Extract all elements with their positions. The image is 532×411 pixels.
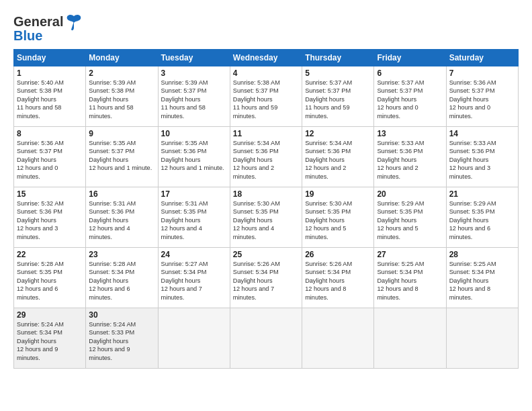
- calendar-cell: 20Sunrise: 5:29 AMSunset: 5:35 PMDayligh…: [374, 187, 446, 248]
- day-number: 22: [17, 250, 83, 259]
- calendar-cell: 3Sunrise: 5:39 AMSunset: 5:37 PMDaylight…: [158, 66, 230, 127]
- logo-bird-icon: [64, 12, 83, 31]
- day-number: 3: [161, 68, 227, 78]
- cell-text: Sunrise: 5:28 AMSunset: 5:35 PMDaylight …: [17, 260, 83, 302]
- calendar-cell: 7Sunrise: 5:36 AMSunset: 5:37 PMDaylight…: [446, 66, 518, 127]
- calendar-cell: 19Sunrise: 5:30 AMSunset: 5:35 PMDayligh…: [302, 187, 374, 248]
- weekday-header-wednesday: Wednesday: [230, 50, 302, 66]
- cell-text: Sunrise: 5:29 AMSunset: 5:35 PMDaylight …: [377, 199, 443, 241]
- calendar-cell: 28Sunrise: 5:25 AMSunset: 5:34 PMDayligh…: [446, 248, 518, 308]
- cell-text: Sunrise: 5:30 AMSunset: 5:35 PMDaylight …: [233, 199, 299, 241]
- calendar-cell: 4Sunrise: 5:38 AMSunset: 5:37 PMDaylight…: [230, 66, 302, 127]
- cell-text: Sunrise: 5:35 AMSunset: 5:36 PMDaylight …: [161, 139, 227, 173]
- day-number: 1: [17, 68, 83, 78]
- calendar-week-4: 22Sunrise: 5:28 AMSunset: 5:35 PMDayligh…: [14, 248, 519, 308]
- cell-text: Sunrise: 5:33 AMSunset: 5:36 PMDaylight …: [377, 139, 443, 181]
- calendar-cell: 2Sunrise: 5:39 AMSunset: 5:38 PMDaylight…: [86, 66, 158, 127]
- cell-text: Sunrise: 5:34 AMSunset: 5:36 PMDaylight …: [305, 139, 371, 181]
- cell-text: Sunrise: 5:25 AMSunset: 5:34 PMDaylight …: [377, 260, 443, 302]
- cell-text: Sunrise: 5:25 AMSunset: 5:34 PMDaylight …: [449, 260, 515, 302]
- calendar-cell: 9Sunrise: 5:35 AMSunset: 5:37 PMDaylight…: [86, 127, 158, 187]
- day-number: 18: [233, 189, 299, 199]
- cell-text: Sunrise: 5:24 AMSunset: 5:33 PMDaylight …: [89, 320, 154, 362]
- day-number: 8: [17, 129, 83, 138]
- calendar-cell: 18Sunrise: 5:30 AMSunset: 5:35 PMDayligh…: [230, 187, 302, 248]
- logo-general: General: [13, 14, 63, 30]
- cell-text: Sunrise: 5:39 AMSunset: 5:37 PMDaylight …: [161, 79, 227, 120]
- calendar-cell: 12Sunrise: 5:34 AMSunset: 5:36 PMDayligh…: [302, 127, 374, 187]
- cell-text: Sunrise: 5:24 AMSunset: 5:34 PMDaylight …: [17, 320, 83, 362]
- calendar-cell: [374, 308, 446, 369]
- calendar-cell: 14Sunrise: 5:33 AMSunset: 5:36 PMDayligh…: [446, 127, 518, 187]
- day-number: 9: [89, 129, 154, 138]
- day-number: 24: [161, 250, 227, 259]
- day-number: 11: [233, 129, 299, 138]
- cell-text: Sunrise: 5:38 AMSunset: 5:37 PMDaylight …: [233, 79, 299, 120]
- cell-text: Sunrise: 5:34 AMSunset: 5:36 PMDaylight …: [233, 139, 299, 181]
- calendar-cell: 30Sunrise: 5:24 AMSunset: 5:33 PMDayligh…: [86, 308, 158, 369]
- cell-text: Sunrise: 5:36 AMSunset: 5:37 PMDaylight …: [17, 139, 83, 181]
- cell-text: Sunrise: 5:33 AMSunset: 5:36 PMDaylight …: [449, 139, 515, 181]
- calendar-week-1: 1Sunrise: 5:40 AMSunset: 5:38 PMDaylight…: [14, 66, 519, 127]
- day-number: 28: [449, 250, 515, 259]
- day-number: 4: [233, 68, 299, 78]
- calendar-cell: 27Sunrise: 5:25 AMSunset: 5:34 PMDayligh…: [374, 248, 446, 308]
- cell-text: Sunrise: 5:28 AMSunset: 5:34 PMDaylight …: [89, 260, 154, 302]
- weekday-header-tuesday: Tuesday: [158, 50, 230, 66]
- cell-text: Sunrise: 5:30 AMSunset: 5:35 PMDaylight …: [305, 199, 371, 241]
- calendar-cell: [158, 308, 230, 369]
- weekday-header-friday: Friday: [374, 50, 446, 66]
- calendar-cell: 26Sunrise: 5:26 AMSunset: 5:34 PMDayligh…: [302, 248, 374, 308]
- calendar-cell: 22Sunrise: 5:28 AMSunset: 5:35 PMDayligh…: [14, 248, 86, 308]
- calendar-cell: 21Sunrise: 5:29 AMSunset: 5:35 PMDayligh…: [446, 187, 518, 248]
- calendar-cell: [230, 308, 302, 369]
- calendar-week-3: 15Sunrise: 5:32 AMSunset: 5:36 PMDayligh…: [14, 187, 519, 248]
- day-number: 19: [305, 189, 371, 199]
- day-number: 15: [17, 189, 83, 199]
- cell-text: Sunrise: 5:37 AMSunset: 5:37 PMDaylight …: [305, 79, 371, 120]
- cell-text: Sunrise: 5:37 AMSunset: 5:37 PMDaylight …: [377, 79, 443, 120]
- day-number: 14: [449, 129, 515, 138]
- day-number: 12: [305, 129, 371, 138]
- page: General Blue SundayMondayTuesdayWednesda…: [0, 0, 532, 411]
- day-number: 10: [161, 129, 227, 138]
- logo-blue: Blue: [13, 28, 42, 44]
- calendar-week-2: 8Sunrise: 5:36 AMSunset: 5:37 PMDaylight…: [14, 127, 519, 187]
- day-number: 20: [377, 189, 443, 199]
- day-number: 13: [377, 129, 443, 138]
- calendar-cell: 6Sunrise: 5:37 AMSunset: 5:37 PMDaylight…: [374, 66, 446, 127]
- day-number: 5: [305, 68, 371, 78]
- weekday-header-sunday: Sunday: [14, 50, 86, 66]
- weekday-header-thursday: Thursday: [302, 50, 374, 66]
- calendar-cell: 13Sunrise: 5:33 AMSunset: 5:36 PMDayligh…: [374, 127, 446, 187]
- cell-text: Sunrise: 5:26 AMSunset: 5:34 PMDaylight …: [305, 260, 371, 302]
- calendar-cell: 10Sunrise: 5:35 AMSunset: 5:36 PMDayligh…: [158, 127, 230, 187]
- cell-text: Sunrise: 5:35 AMSunset: 5:37 PMDaylight …: [89, 139, 154, 173]
- calendar-week-5: 29Sunrise: 5:24 AMSunset: 5:34 PMDayligh…: [14, 308, 519, 369]
- calendar-cell: 15Sunrise: 5:32 AMSunset: 5:36 PMDayligh…: [14, 187, 86, 248]
- day-number: 21: [449, 189, 515, 199]
- day-number: 16: [89, 189, 154, 199]
- day-number: 7: [449, 68, 515, 78]
- calendar-cell: 24Sunrise: 5:27 AMSunset: 5:34 PMDayligh…: [158, 248, 230, 308]
- calendar-cell: 17Sunrise: 5:31 AMSunset: 5:35 PMDayligh…: [158, 187, 230, 248]
- cell-text: Sunrise: 5:27 AMSunset: 5:34 PMDaylight …: [161, 260, 227, 302]
- calendar-cell: 29Sunrise: 5:24 AMSunset: 5:34 PMDayligh…: [14, 308, 86, 369]
- day-number: 30: [89, 310, 154, 320]
- day-number: 6: [377, 68, 443, 78]
- calendar-cell: 5Sunrise: 5:37 AMSunset: 5:37 PMDaylight…: [302, 66, 374, 127]
- weekday-header-monday: Monday: [86, 50, 158, 66]
- calendar-table: SundayMondayTuesdayWednesdayThursdayFrid…: [13, 49, 519, 369]
- cell-text: Sunrise: 5:32 AMSunset: 5:36 PMDaylight …: [17, 199, 83, 241]
- calendar-header-row: SundayMondayTuesdayWednesdayThursdayFrid…: [14, 50, 519, 66]
- day-number: 27: [377, 250, 443, 259]
- logo: General Blue: [13, 12, 83, 44]
- weekday-header-saturday: Saturday: [446, 50, 518, 66]
- calendar-cell: [302, 308, 374, 369]
- cell-text: Sunrise: 5:36 AMSunset: 5:37 PMDaylight …: [449, 79, 515, 120]
- calendar-cell: 8Sunrise: 5:36 AMSunset: 5:37 PMDaylight…: [14, 127, 86, 187]
- cell-text: Sunrise: 5:40 AMSunset: 5:38 PMDaylight …: [17, 79, 83, 120]
- calendar-cell: 25Sunrise: 5:26 AMSunset: 5:34 PMDayligh…: [230, 248, 302, 308]
- day-number: 23: [89, 250, 154, 259]
- calendar-cell: [446, 308, 518, 369]
